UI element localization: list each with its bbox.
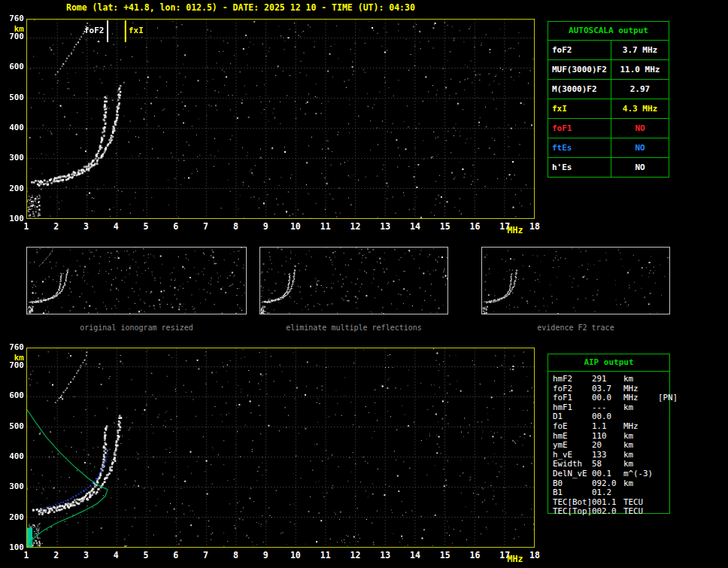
x-axis-tick: 13 [377, 550, 393, 560]
thumbnail-evidence-f2 [481, 247, 670, 314]
thumbnail-original-ionogram [26, 247, 247, 314]
thumbnail-evidence-canvas [482, 248, 669, 314]
aip-row-unit: MHz [623, 393, 658, 403]
aip-row-value: 1.1 [592, 422, 623, 432]
x-axis-tick: 11 [317, 221, 334, 232]
y-axis-tick: 300 [2, 153, 24, 163]
x-axis-tick: 9 [257, 550, 274, 560]
aip-row-value: 01.2 [592, 488, 623, 498]
autoscala-row-label: foF1 [548, 119, 611, 138]
x-axis-tick: 4 [108, 221, 124, 232]
aip-row-value: 002.0 [592, 507, 623, 517]
aip-row-label: TEC[Top] [553, 507, 592, 517]
x-axis-tick: 5 [138, 221, 154, 232]
main-ionogram-canvas [27, 20, 534, 218]
profile-ionogram-canvas [27, 348, 534, 547]
x-axis-tick: 16 [466, 550, 483, 560]
x-axis-tick: 8 [227, 550, 244, 560]
x-axis-tick: 9 [257, 221, 274, 232]
autoscala-row-label: fxI [548, 99, 611, 118]
autoscala-row-value: 4.3 MHz [611, 99, 669, 118]
autoscala-row: MUF(3000)F211.0 MHz [548, 60, 669, 80]
thumbnail-caption-eliminate: eliminate multiple reflections [259, 323, 448, 332]
aip-row: ymE20km [553, 441, 669, 451]
thumbnail-original-canvas [27, 248, 246, 314]
autoscala-row-value: NO [611, 158, 669, 177]
y-axis-tick: 700 [2, 360, 24, 370]
aip-row-unit: km [623, 403, 658, 413]
aip-row-value: 291 [592, 375, 623, 384]
autoscala-screen: Rome (lat: +41.8, lon: 012.5) - DATE: 20… [0, 0, 728, 568]
x-axis-tick: 7 [198, 550, 214, 560]
aip-row-label: hmF2 [553, 375, 592, 384]
autoscala-row-value: NO [611, 119, 669, 138]
y-axis-tick: 760 [2, 342, 24, 352]
autoscala-row: M(3000)F22.97 [548, 80, 669, 99]
aip-row: hmE110km [553, 432, 669, 442]
x-axis-tick: 3 [78, 221, 95, 232]
main-ionogram-panel [26, 19, 535, 219]
fxI-marker-label: fxI [129, 26, 144, 35]
autoscala-row-label: MUF(3000)F2 [548, 60, 611, 79]
x-axis-tick: 2 [48, 221, 65, 232]
x-axis-unit: MHz [502, 225, 528, 235]
x-axis-tick: 6 [168, 221, 184, 232]
y-axis-tick: 600 [2, 62, 24, 71]
aip-row: DelN_vE00.1m^(-3) [553, 469, 669, 479]
aip-row-unit: km [623, 479, 658, 489]
x-axis-tick: 10 [287, 550, 304, 560]
aip-row-unit: m^(-3) [623, 469, 658, 479]
y-axis-tick: 300 [2, 481, 24, 491]
x-axis-tick: 12 [347, 221, 363, 232]
foF2-marker-label: foF2 [84, 26, 105, 35]
aip-row-unit: MHz [623, 422, 658, 432]
aip-row-label: B1 [553, 488, 592, 498]
x-axis-tick: 13 [377, 221, 393, 232]
autoscala-row-label: h'Es [548, 158, 611, 177]
aip-row-label: foE [553, 422, 592, 432]
y-axis-tick: 200 [2, 512, 24, 522]
autoscala-table-title: AUTOSCALA output [548, 22, 669, 41]
y-axis-tick: 200 [2, 184, 24, 193]
x-axis-tick: 6 [168, 550, 184, 560]
x-axis-tick: 5 [138, 550, 154, 560]
autoscala-table-rows: foF23.7 MHzMUF(3000)F211.0 MHzM(3000)F22… [548, 41, 669, 177]
aip-table-rows: hmF2291kmfoF203.7MHzfoF100.0MHz[PN]hmF1-… [548, 372, 669, 517]
autoscala-row-value: 11.0 MHz [611, 60, 669, 79]
aip-output-table: AIP output hmF2291kmfoF203.7MHzfoF100.0M… [548, 354, 670, 514]
autoscala-row: foF1NO [548, 119, 669, 138]
y-axis-tick: 400 [2, 123, 24, 132]
x-axis-tick: 11 [317, 550, 334, 560]
aip-row: foF100.0MHz[PN] [553, 393, 669, 403]
x-axis-tick: 4 [108, 550, 124, 560]
x-axis-tick: 8 [227, 221, 244, 232]
y-axis-tick: 500 [2, 93, 24, 102]
y-axis-tick: 500 [2, 421, 24, 431]
aip-row: D100.0 [553, 412, 669, 422]
x-axis-unit: MHz [502, 554, 528, 564]
aip-row-label: ymE [553, 441, 592, 451]
aip-row-label: DelN_vE [553, 469, 592, 479]
y-axis-tick: 760 [2, 14, 24, 23]
autoscala-row-label: M(3000)F2 [548, 80, 611, 99]
aip-row: B101.2 [553, 488, 669, 498]
aip-row-value: 00.1 [592, 469, 623, 479]
x-axis-tick: 1 [18, 221, 35, 232]
x-axis-tick: 10 [287, 221, 304, 232]
thumbnail-eliminate-canvas [260, 248, 447, 314]
x-axis-tick: 2 [48, 550, 65, 560]
aip-row-unit: TECU [623, 507, 658, 517]
x-axis-tick: 15 [437, 221, 453, 232]
aip-row: TEC[Top]002.0TECU [553, 507, 669, 517]
autoscala-row: fxI4.3 MHz [548, 99, 669, 119]
autoscala-row: ftEsNO [548, 138, 669, 158]
x-axis-tick: 7 [198, 221, 214, 232]
x-axis-tick: 14 [407, 221, 423, 232]
aip-row: foE1.1MHz [553, 422, 669, 432]
autoscala-row-label: ftEs [548, 138, 611, 157]
aip-row: hmF2291km [553, 375, 669, 384]
aip-table-title: AIP output [548, 354, 669, 372]
autoscala-row-value: 2.97 [611, 80, 669, 99]
x-axis-tick: 15 [437, 550, 453, 560]
x-axis-tick: 3 [78, 550, 95, 560]
